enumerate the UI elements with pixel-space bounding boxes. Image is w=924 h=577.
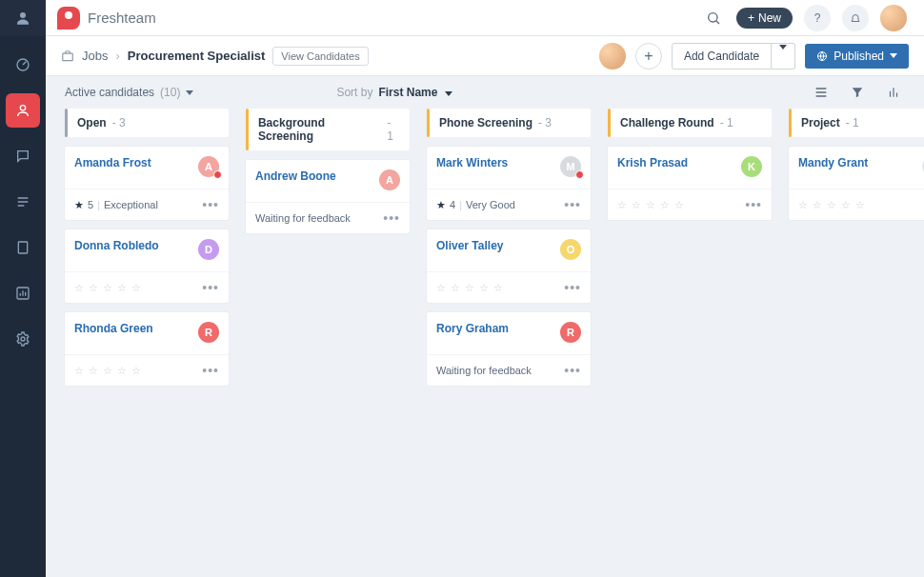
column-count: - 3 bbox=[112, 116, 126, 129]
candidate-name: Mandy Grant bbox=[798, 156, 868, 169]
breadcrumb-root[interactable]: Jobs bbox=[82, 49, 108, 63]
rating: ★4|Very Good bbox=[436, 199, 515, 211]
candidate-avatar: M bbox=[560, 156, 581, 177]
add-candidate-button[interactable]: Add Candidate bbox=[672, 43, 772, 70]
badge-icon bbox=[213, 170, 222, 179]
assignee-avatar[interactable] bbox=[599, 43, 626, 70]
active-candidates-filter[interactable]: Active candidates (10) bbox=[65, 86, 193, 99]
filter-row: Active candidates (10) Sort by First Nam… bbox=[46, 76, 924, 109]
rating-label: Very Good bbox=[466, 199, 515, 210]
nav-user-icon[interactable] bbox=[0, 0, 46, 36]
rating: ☆ ☆ ☆ ☆ ☆ bbox=[74, 365, 142, 377]
kanban-column: Background Screening - 1Andrew BooneAWai… bbox=[246, 109, 410, 386]
globe-icon bbox=[816, 50, 828, 62]
published-label: Published bbox=[834, 50, 884, 63]
briefcase-icon bbox=[61, 50, 74, 63]
candidate-card[interactable]: Andrew BooneAWaiting for feedback••• bbox=[246, 160, 410, 233]
nav-reports-icon[interactable] bbox=[6, 276, 40, 310]
more-icon[interactable]: ••• bbox=[745, 197, 762, 212]
column-accent bbox=[65, 109, 68, 137]
plus-icon: + bbox=[748, 11, 754, 25]
add-candidate-caret[interactable] bbox=[772, 43, 795, 70]
candidate-card[interactable]: Krish PrasadK☆ ☆ ☆ ☆ ☆••• bbox=[608, 147, 772, 220]
svg-rect-3 bbox=[18, 242, 27, 253]
column-count: - 1 bbox=[720, 116, 733, 129]
column-accent bbox=[246, 109, 249, 150]
more-icon[interactable]: ••• bbox=[564, 197, 581, 212]
breadcrumb: Jobs › Procurement Specialist View Candi… bbox=[61, 47, 369, 66]
candidate-name: Donna Robledo bbox=[74, 239, 159, 252]
filter-icon[interactable] bbox=[846, 81, 869, 104]
published-button[interactable]: Published bbox=[805, 44, 909, 69]
svg-point-2 bbox=[20, 106, 25, 110]
help-icon[interactable]: ? bbox=[804, 5, 831, 31]
user-avatar[interactable] bbox=[880, 5, 907, 31]
candidate-name: Rhonda Green bbox=[74, 322, 153, 335]
filter-label: Active candidates bbox=[65, 86, 154, 99]
more-icon[interactable]: ••• bbox=[202, 280, 219, 295]
candidate-name: Oliver Talley bbox=[436, 239, 503, 252]
brand-name: Freshteam bbox=[88, 10, 156, 26]
chevron-down-icon bbox=[890, 53, 897, 58]
column-accent bbox=[427, 109, 430, 137]
column-header[interactable]: Open - 3 bbox=[65, 109, 229, 137]
candidate-avatar: A bbox=[198, 156, 219, 177]
chevron-down-icon bbox=[779, 45, 787, 63]
candidate-card[interactable]: Donna RobledoD☆ ☆ ☆ ☆ ☆••• bbox=[65, 229, 229, 303]
bars-icon[interactable] bbox=[882, 81, 905, 104]
view-candidates-pill[interactable]: View Candidates bbox=[272, 47, 368, 66]
candidate-name: Rory Graham bbox=[436, 322, 509, 335]
more-icon[interactable]: ••• bbox=[564, 280, 581, 295]
candidate-avatar: O bbox=[560, 239, 581, 260]
nav-settings-icon[interactable] bbox=[6, 322, 40, 356]
column-header[interactable]: Background Screening - 1 bbox=[246, 109, 410, 150]
column-count: - 1 bbox=[846, 116, 859, 129]
rating: ☆ ☆ ☆ ☆ ☆ bbox=[436, 282, 504, 294]
new-button[interactable]: + New bbox=[736, 8, 793, 29]
list-view-icon[interactable] bbox=[810, 81, 833, 104]
nav-candidates-icon[interactable] bbox=[6, 93, 40, 128]
nav-chat-icon[interactable] bbox=[6, 139, 40, 173]
search-icon[interactable] bbox=[702, 7, 725, 30]
kanban-column: Challenge Round - 1Krish PrasadK☆ ☆ ☆ ☆ … bbox=[608, 109, 772, 386]
sort-field[interactable]: First Name bbox=[378, 86, 452, 99]
column-header[interactable]: Phone Screening - 3 bbox=[427, 109, 591, 137]
column-accent bbox=[608, 109, 611, 137]
status-text: Waiting for feedback bbox=[436, 365, 532, 376]
candidate-card[interactable]: Rory GrahamRWaiting for feedback••• bbox=[427, 312, 591, 386]
add-assignee-button[interactable]: + bbox=[635, 43, 662, 70]
candidate-card[interactable]: Mandy GrantM☆ ☆ ☆ ☆ ☆••• bbox=[789, 147, 924, 220]
column-title: Phone Screening bbox=[439, 116, 532, 129]
column-header[interactable]: Challenge Round - 1 bbox=[608, 109, 772, 137]
brand[interactable]: Freshteam bbox=[57, 7, 156, 30]
candidate-avatar: R bbox=[198, 322, 219, 343]
rating: ★5|Exceptional bbox=[74, 199, 158, 211]
more-icon[interactable]: ••• bbox=[202, 197, 219, 212]
candidate-card[interactable]: Mark WintersM★4|Very Good••• bbox=[427, 147, 591, 220]
rating: ☆ ☆ ☆ ☆ ☆ bbox=[74, 282, 142, 294]
candidate-card[interactable]: Rhonda GreenR☆ ☆ ☆ ☆ ☆••• bbox=[65, 312, 229, 386]
nav-tasks-icon[interactable] bbox=[6, 185, 40, 219]
svg-rect-7 bbox=[63, 53, 73, 61]
more-icon[interactable]: ••• bbox=[564, 363, 581, 378]
kanban-column: Project - 1Mandy GrantM☆ ☆ ☆ ☆ ☆••• bbox=[789, 109, 924, 386]
chevron-right-icon: › bbox=[115, 49, 119, 63]
more-icon[interactable]: ••• bbox=[383, 210, 400, 226]
nav-docs-icon[interactable] bbox=[6, 230, 40, 265]
notifications-icon[interactable] bbox=[842, 5, 869, 31]
column-accent bbox=[789, 109, 792, 137]
column-title: Background Screening bbox=[258, 116, 381, 143]
candidate-avatar: D bbox=[198, 239, 219, 260]
candidate-card[interactable]: Oliver TalleyO☆ ☆ ☆ ☆ ☆••• bbox=[427, 229, 591, 303]
chevron-down-icon bbox=[445, 91, 452, 96]
brand-logo-icon bbox=[57, 7, 80, 30]
candidate-avatar: K bbox=[741, 156, 762, 177]
new-button-label: New bbox=[758, 11, 781, 25]
breadcrumb-current: Procurement Specialist bbox=[128, 49, 266, 63]
column-header[interactable]: Project - 1 bbox=[789, 109, 924, 137]
more-icon[interactable]: ••• bbox=[202, 363, 219, 378]
candidate-card[interactable]: Amanda FrostA★5|Exceptional••• bbox=[65, 147, 229, 220]
nav-dashboard-icon[interactable] bbox=[6, 48, 40, 82]
svg-point-0 bbox=[20, 12, 26, 18]
nav-rail bbox=[0, 0, 46, 577]
